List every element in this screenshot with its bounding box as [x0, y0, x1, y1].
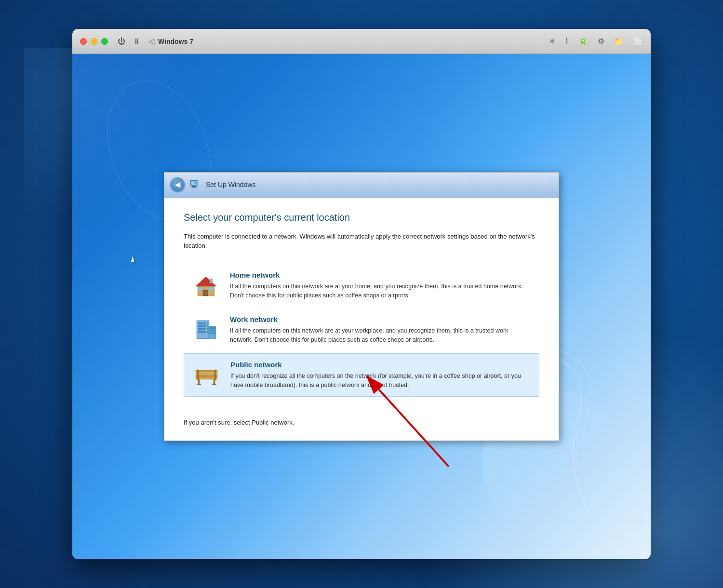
svg-rect-3 — [191, 181, 198, 185]
dialog-heading: Select your computer's current location — [184, 212, 539, 223]
mac-window-buttons — [80, 38, 108, 45]
work-network-option[interactable]: Work network If all the computers on thi… — [184, 308, 539, 351]
win7-setup-dialog: ◀ Set Up Windows Select your computer's … — [164, 172, 559, 441]
desktop-area: ◀ Set Up Windows Select your computer's … — [72, 54, 651, 559]
svg-rect-2 — [191, 187, 197, 188]
dialog-footer: If you aren't sure, select Public networ… — [164, 413, 559, 441]
svg-marker-5 — [196, 277, 216, 286]
svg-rect-1 — [192, 186, 196, 187]
svg-point-24 — [205, 331, 207, 333]
home-network-desc: If all the computers on this network are… — [230, 282, 532, 300]
minimize-button[interactable] — [91, 38, 97, 45]
svg-rect-28 — [209, 332, 215, 334]
mac-window: ⏻ ⏸ ◁ Windows 7 ✳ ⌇ 🔋 ⚙ 📁 ⬜ ◀ — [72, 29, 651, 559]
public-network-title: Public network — [230, 361, 531, 369]
svg-point-22 — [205, 325, 207, 327]
setup-icon — [189, 179, 201, 190]
settings-icon[interactable]: ⚙ — [598, 37, 604, 46]
window-icon[interactable]: ⬜ — [633, 37, 643, 46]
dialog-intro: This computer is connected to a network.… — [184, 232, 539, 251]
home-network-option[interactable]: Home network If all the computers on thi… — [184, 264, 539, 307]
mac-titlebar: ⏻ ⏸ ◁ Windows 7 ✳ ⌇ 🔋 ⚙ 📁 ⬜ — [72, 29, 651, 54]
work-network-icon — [191, 315, 220, 344]
public-network-desc: If you don't recognize all the computers… — [230, 372, 531, 390]
window-title: Windows 7 — [158, 38, 193, 45]
work-network-desc: If all the computers on this network are… — [230, 326, 532, 345]
svg-point-21 — [205, 322, 207, 324]
svg-rect-38 — [212, 384, 216, 385]
pause-icon[interactable]: ⏸ — [133, 37, 141, 46]
folder-icon[interactable]: 📁 — [614, 37, 624, 46]
svg-rect-37 — [197, 384, 201, 385]
svg-rect-33 — [197, 370, 199, 380]
dialog-title: Set Up Windows — [206, 181, 255, 188]
bench-icon — [193, 361, 220, 388]
svg-point-23 — [205, 328, 207, 330]
mac-title-controls: ⏻ ⏸ ◁ — [118, 37, 154, 46]
mouse-cursor — [130, 256, 134, 262]
back-icon[interactable]: ◁ — [148, 37, 154, 46]
back-button[interactable]: ◀ — [170, 177, 185, 192]
home-network-title: Home network — [230, 271, 532, 279]
home-network-text: Home network If all the computers on thi… — [230, 271, 532, 300]
wifi-icon[interactable]: ⌇ — [565, 37, 569, 46]
battery-icon[interactable]: 🔋 — [578, 37, 588, 46]
svg-rect-29 — [196, 375, 217, 377]
work-network-title: Work network — [230, 315, 532, 323]
dialog-content: Select your computer's current location … — [164, 198, 559, 414]
win7-dialog-titlebar: ◀ Set Up Windows — [164, 173, 559, 198]
brightness-icon[interactable]: ✳ — [549, 37, 555, 46]
svg-rect-31 — [196, 370, 217, 372]
maximize-button[interactable] — [101, 38, 108, 45]
server-icon — [193, 317, 219, 343]
mac-right-controls: ✳ ⌇ 🔋 ⚙ 📁 ⬜ — [549, 37, 643, 46]
close-button[interactable] — [80, 38, 87, 45]
home-network-icon — [191, 271, 220, 300]
public-network-text: Public network If you don't recognize al… — [230, 361, 531, 390]
svg-point-7 — [206, 293, 207, 294]
work-network-text: Work network If all the computers on thi… — [230, 315, 532, 345]
svg-rect-14 — [210, 279, 213, 283]
power-icon[interactable]: ⏻ — [118, 37, 125, 46]
svg-rect-27 — [209, 330, 215, 331]
public-network-option[interactable]: Public network If you don't recognize al… — [184, 353, 539, 397]
svg-rect-32 — [196, 373, 217, 374]
svg-rect-34 — [214, 370, 216, 380]
house-icon — [193, 272, 219, 298]
footer-text: If you aren't sure, select Public networ… — [184, 419, 294, 426]
svg-rect-26 — [209, 327, 215, 329]
public-network-icon — [192, 361, 221, 389]
